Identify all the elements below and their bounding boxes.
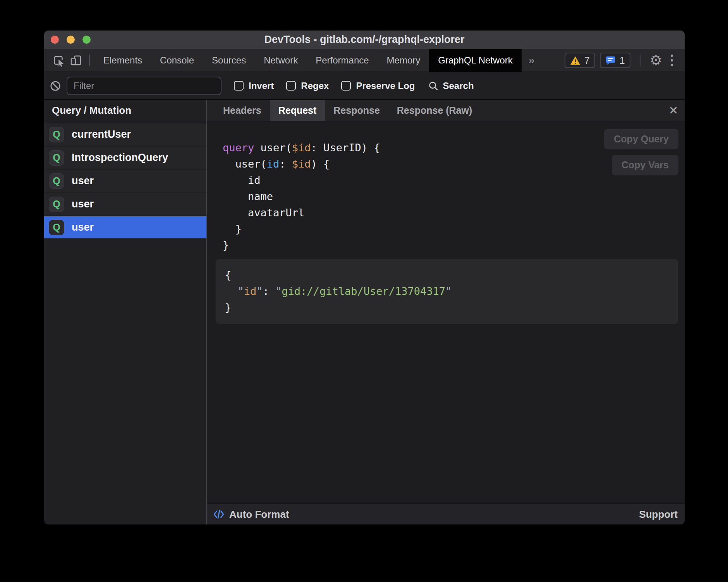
query-variables-box: { "id": "gid://gitlab/User/13704317"} — [216, 259, 678, 324]
query-list-item-user-2[interactable]: Q user — [44, 193, 206, 215]
query-list-item-user-3-selected[interactable]: Q user — [44, 216, 206, 238]
close-window-button[interactable] — [51, 36, 59, 44]
copy-vars-button[interactable]: Copy Vars — [612, 155, 678, 175]
query-type-icon: Q — [49, 197, 64, 212]
query-list-sidebar: Query / Mutation Q currentUser Q Introsp… — [44, 100, 207, 524]
warning-icon — [570, 55, 580, 66]
panel-footer: Auto Format Support — [207, 503, 685, 524]
query-item-label: user — [72, 175, 94, 187]
filter-bar: Invert Regex Preserve Log Search — [44, 72, 685, 100]
tab-performance[interactable]: Performance — [307, 49, 378, 72]
kebab-menu-icon[interactable] — [667, 55, 677, 66]
query-list-item-currentuser[interactable]: Q currentUser — [44, 123, 206, 146]
regex-checkbox[interactable] — [286, 81, 296, 91]
graphql-query-code: query user($id: UserID) { user(id: $id) … — [223, 140, 380, 253]
traffic-lights — [51, 31, 91, 49]
detail-tabs: Headers Request Response Response (Raw) … — [207, 100, 685, 121]
copy-buttons: Copy Query Copy Vars — [604, 129, 678, 175]
tab-request[interactable]: Request — [270, 100, 325, 121]
warning-count: 7 — [584, 55, 590, 66]
close-panel-icon[interactable]: ✕ — [662, 100, 685, 121]
tab-console[interactable]: Console — [151, 49, 203, 72]
window-title: DevTools - gitlab.com/-/graphql-explorer — [44, 34, 685, 46]
search-icon — [428, 80, 439, 91]
sidebar-header: Query / Mutation — [44, 100, 206, 121]
warnings-badge[interactable]: 7 — [565, 53, 595, 68]
tab-memory[interactable]: Memory — [378, 49, 429, 72]
search-label: Search — [443, 80, 474, 91]
query-variables-code: { "id": "gid://gitlab/User/13704317"} — [225, 267, 669, 316]
regex-checkbox-group[interactable]: Regex — [286, 80, 329, 91]
tab-elements[interactable]: Elements — [94, 49, 151, 72]
chat-bubble-icon — [605, 55, 616, 66]
tab-response[interactable]: Response — [325, 100, 388, 121]
messages-badge[interactable]: 1 — [600, 53, 630, 68]
preserve-log-label: Preserve Log — [356, 80, 415, 91]
tab-headers[interactable]: Headers — [215, 100, 270, 121]
toggle-device-toolbar-icon[interactable] — [67, 53, 84, 68]
preserve-log-checkbox[interactable] — [341, 81, 351, 91]
zoom-window-button[interactable] — [82, 36, 91, 44]
tab-network[interactable]: Network — [255, 49, 307, 72]
more-tabs-icon[interactable]: » — [522, 49, 542, 72]
settings-gear-icon[interactable]: ⚙ — [650, 53, 662, 67]
query-item-label: IntrospectionQuery — [72, 152, 168, 164]
query-item-label: currentUser — [72, 128, 131, 140]
clear-icon[interactable] — [50, 80, 61, 92]
tab-response-raw[interactable]: Response (Raw) — [388, 100, 481, 121]
invert-checkbox-group[interactable]: Invert — [234, 80, 274, 91]
query-type-icon: Q — [49, 127, 64, 142]
query-list: Q currentUser Q IntrospectionQuery Q use… — [44, 121, 206, 238]
copy-query-button[interactable]: Copy Query — [604, 129, 678, 149]
filter-input[interactable] — [67, 77, 221, 95]
invert-checkbox[interactable] — [234, 81, 244, 91]
preserve-log-checkbox-group[interactable]: Preserve Log — [341, 80, 415, 91]
tab-sources[interactable]: Sources — [203, 49, 255, 72]
toolbar-separator — [640, 55, 640, 66]
request-content: query user($id: UserID) { user(id: $id) … — [207, 121, 685, 503]
detail-panel: Headers Request Response Response (Raw) … — [207, 100, 685, 524]
toolbar-left-icons — [44, 49, 94, 72]
auto-format-button[interactable]: Auto Format — [213, 508, 289, 520]
auto-format-label: Auto Format — [229, 508, 289, 520]
query-list-item-introspectionquery[interactable]: Q IntrospectionQuery — [44, 147, 206, 169]
search-button[interactable]: Search — [428, 80, 474, 91]
query-type-icon: Q — [49, 220, 64, 235]
titlebar: DevTools - gitlab.com/-/graphql-explorer — [44, 31, 685, 49]
code-brackets-icon — [213, 508, 225, 520]
regex-label: Regex — [301, 80, 329, 91]
message-count: 1 — [620, 55, 625, 66]
query-item-label: user — [72, 221, 94, 233]
minimize-window-button[interactable] — [67, 36, 75, 44]
devtools-toolbar: Elements Console Sources Network Perform… — [44, 49, 685, 72]
query-type-icon: Q — [49, 173, 64, 189]
tab-graphql-network[interactable]: GraphQL Network — [429, 49, 522, 72]
support-link[interactable]: Support — [639, 508, 678, 520]
query-list-item-user-1[interactable]: Q user — [44, 170, 206, 192]
query-type-icon: Q — [49, 150, 64, 166]
inspect-element-icon[interactable] — [50, 53, 67, 68]
toolbar-separator — [89, 55, 90, 66]
devtools-window: DevTools - gitlab.com/-/graphql-explorer… — [44, 30, 685, 525]
invert-label: Invert — [249, 80, 274, 91]
toolbar-right: 7 1 ⚙ — [565, 49, 685, 72]
query-item-label: user — [72, 198, 94, 210]
